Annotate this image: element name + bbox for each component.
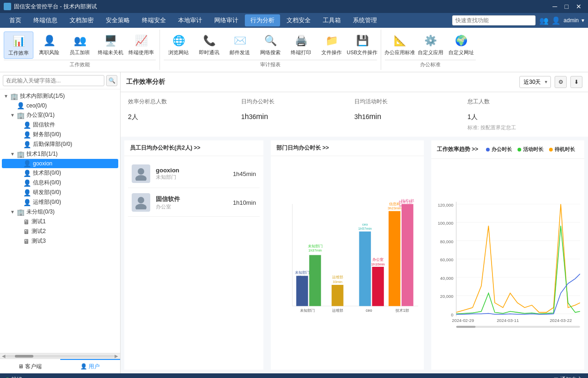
tree-label-office: 办公室(0/1) [26, 111, 55, 119]
toolbar-work-efficiency[interactable]: 📊 工作效率 [4, 32, 33, 59]
toolbar-net-search[interactable]: 🔍 网络搜索 [256, 32, 285, 59]
x-label-date3: 2024-03-22 [550, 318, 572, 323]
minimize-button[interactable]: ─ [550, 3, 560, 10]
bar-label-office-b: 1h10min [371, 262, 384, 266]
toolbar-terminal-usage[interactable]: 📈 终端使用率 [126, 32, 156, 59]
tree-item-test3[interactable]: 🖥 测试3 [2, 236, 118, 246]
tree-item-root[interactable]: ▼ 🏢 技术内部测试(1/5) [2, 91, 118, 101]
user-dropdown-icon[interactable]: ▾ [582, 17, 584, 24]
line-office [456, 274, 580, 314]
bar-ceo [359, 232, 371, 306]
toolbar-browse-web[interactable]: 🌐 浏览网站 [164, 32, 193, 59]
tree-toggle-ungroup[interactable]: ▼ [10, 209, 17, 214]
toolbar-custom-web[interactable]: 🌍 自定义网址 [446, 32, 476, 59]
toolbar-usb-ops[interactable]: 💾 USB文件操作 [347, 32, 377, 59]
legend-dot-office [486, 148, 490, 151]
print-icon: 🖨️ [294, 33, 308, 48]
toolbar-overtime-label: 员工加班 [70, 49, 90, 56]
tree-item-office[interactable]: ▼ 🏢 办公室(0/1) [2, 110, 118, 120]
tree-toggle-tech1[interactable]: ▼ [10, 151, 17, 157]
tree-item-tech-dept[interactable]: 👤 技术部(0/0) [2, 168, 118, 178]
y-80k: 80,000 [440, 239, 454, 244]
toolbar-section-audit-label: 审计报表 [164, 60, 377, 68]
tree-item-test1[interactable]: 🖥 测试1 [2, 217, 118, 227]
search-input[interactable] [452, 15, 536, 25]
tree-item-logistics[interactable]: 👤 后勤保障部(0/0) [2, 139, 118, 149]
tree-person-icon-guxin: 👤 [23, 121, 31, 129]
menu-doc-encrypt[interactable]: 文档加密 [64, 14, 99, 26]
tree-item-test2[interactable]: 🖥 测试2 [2, 227, 118, 236]
toolbar-resign-risk[interactable]: 👤 离职风险 [34, 32, 64, 59]
legend-label-office: 办公时长 [492, 146, 512, 153]
tree-item-ops[interactable]: 👤 运维部(0/0) [2, 197, 118, 207]
toolbar-office-standard[interactable]: 📐 办公应用标准 [385, 32, 415, 59]
bar-label-unknown-2b: 1h37min [308, 248, 322, 252]
emp-time-gooxion: 1h45min [233, 170, 256, 177]
toolbar-overtime[interactable]: 👥 员工加班 [65, 32, 95, 59]
scroll-thumb[interactable] [15, 355, 33, 358]
stat-avg-office-value: 1h36min [241, 107, 354, 122]
emp-name-gooxion: gooxion [156, 167, 233, 174]
menu-sys-management[interactable]: 系统管理 [347, 14, 383, 26]
tree-item-rnd[interactable]: 👤 研发部(0/0) [2, 188, 118, 197]
toolbar-custom-app[interactable]: ⚙️ 自定义应用 [415, 32, 445, 59]
tree-item-guxin[interactable]: 👤 固信软件 [2, 120, 118, 130]
maximize-button[interactable]: □ [562, 3, 571, 10]
download-button[interactable]: ⬇ [570, 76, 582, 88]
sidebar-search-input[interactable] [3, 75, 104, 86]
username[interactable]: admin [563, 17, 579, 24]
dept-chart-title[interactable]: 部门日均办公时长 >> [276, 145, 329, 151]
toolbar-file-ops[interactable]: 📁 文件操作 [317, 32, 346, 59]
tree-item-tech1[interactable]: ▼ 🏢 技术1部(1/1) [2, 149, 118, 159]
stat-avg-active-value: 3h16min [354, 107, 467, 122]
trend-chart-title[interactable]: 工作效率趋势 >> [437, 145, 478, 153]
settings-button[interactable]: ⚙ [555, 76, 567, 88]
menu-behavior-analysis[interactable]: 行为分析 [245, 14, 280, 26]
notification-area[interactable]: ✉ 通知中心 [554, 376, 582, 378]
sidebar-scrollbar[interactable]: ◀ ▶ [0, 353, 120, 359]
menu-tools[interactable]: 工具箱 [317, 14, 346, 26]
tree-toggle-office[interactable]: ▼ [10, 113, 17, 118]
tree-item-ungroup[interactable]: ▼ 🏢 未分组(0/3) [2, 207, 118, 217]
x-label-1: 未知部门 [300, 308, 315, 313]
close-button[interactable]: ✕ [573, 3, 584, 10]
menu-terminal-info[interactable]: 终端信息 [28, 14, 63, 26]
toolbar-email[interactable]: ✉️ 邮件发送 [225, 32, 255, 59]
legend-idle: 待机时长 [549, 146, 575, 153]
sidebar-tab-client[interactable]: 🖥 客户端 [0, 359, 60, 373]
sidebar-search-button[interactable]: 🔍 [106, 75, 117, 86]
work-efficiency-icon: 📊 [11, 34, 26, 49]
menu-security-policy[interactable]: 安全策略 [100, 14, 135, 26]
toolbar-email-label: 邮件发送 [230, 49, 250, 56]
menu-local-audit[interactable]: 本地审计 [173, 14, 208, 26]
menu-doc-security[interactable]: 文档安全 [281, 14, 316, 26]
date-selector[interactable]: 近30天 近7天 近90天 自定义 [519, 76, 551, 88]
scroll-right-icon[interactable]: ▶ [115, 353, 118, 359]
toolbar-terminal-usage-label: 终端使用率 [128, 49, 154, 56]
menu-net-audit[interactable]: 网络审计 [209, 14, 244, 26]
x-label-3: ceo [366, 308, 372, 313]
tree-item-finance[interactable]: 👤 财务部(0/0) [2, 130, 118, 139]
trend-scrollbar-thumb[interactable] [456, 326, 476, 328]
stat-active-min-unit: min [369, 113, 381, 120]
stat-avg-office: 日均办公时长 1h36min [241, 98, 354, 131]
scroll-left-icon[interactable]: ◀ [2, 353, 6, 359]
toolbar-im[interactable]: 📞 即时通讯 [194, 32, 224, 59]
tree-label-test1: 测试1 [32, 218, 46, 226]
sidebar-tab-user[interactable]: 👤 用户 [60, 359, 121, 373]
toolbar-terminal-idle[interactable]: 🖥️ 终端未关机 [96, 32, 125, 59]
tree-item-ceo[interactable]: 👤 ceo(0/0) [2, 101, 118, 110]
tree-item-gooxion[interactable]: 👤 gooxion [2, 159, 118, 168]
user-area: 👥 👤 admin ▾ [539, 16, 584, 25]
tree-item-info-sci[interactable]: 👤 信息科(0/0) [2, 178, 118, 188]
y-40k: 40,000 [440, 276, 454, 281]
menu-terminal-security[interactable]: 终端安全 [136, 14, 172, 26]
menu-home[interactable]: 首页 [4, 14, 27, 26]
tree-label-rnd: 研发部(0/0) [33, 189, 61, 196]
toolbar-print[interactable]: 🖨️ 终端打印 [286, 32, 316, 59]
employee-chart-body: gooxion 未知部门 1h45min 固信软件 办公室 [124, 156, 263, 370]
tree-toggle-root[interactable]: ▼ [4, 94, 10, 99]
content-controls: 近30天 近7天 近90天 自定义 ⚙ ⬇ [519, 76, 582, 88]
employee-chart-title[interactable]: 员工日均办公时长(共2人) >> [130, 145, 200, 151]
tree-person-icon-tech-dept: 👤 [23, 170, 31, 177]
